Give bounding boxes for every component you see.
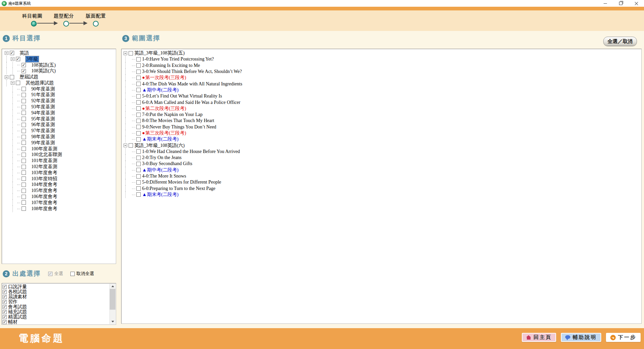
step-dot-2[interactable] (63, 21, 69, 27)
tree-label[interactable]: 6-0:A Man Called and Said He Was a Polic… (142, 100, 240, 105)
checkbox[interactable] (22, 206, 26, 211)
scrollbar-thumb[interactable] (110, 289, 115, 310)
tree-label[interactable]: 95年度基測 (31, 116, 55, 122)
checkbox[interactable]: ✓ (3, 300, 7, 304)
checkbox[interactable] (22, 117, 26, 121)
checkbox[interactable] (136, 63, 141, 68)
expander-icon[interactable] (124, 51, 127, 55)
deselect-all-checkbox[interactable] (70, 272, 75, 276)
tree-label[interactable]: 92年度基測 (31, 98, 55, 104)
tree-label[interactable]: 94年度基測 (31, 110, 55, 116)
step-label-layout[interactable]: 版面配置 (86, 13, 106, 19)
checkbox[interactable] (22, 177, 26, 181)
checkbox[interactable]: ✓ (3, 290, 7, 294)
checkbox[interactable] (136, 131, 141, 135)
checkbox[interactable] (129, 51, 133, 55)
checkbox[interactable]: ✓ (10, 51, 14, 55)
tree-label[interactable]: 第二次段考(三段考) (145, 106, 186, 112)
tree-label[interactable]: 108英語(六) (31, 68, 56, 74)
tree-label[interactable]: 4-0:The More It Snows (142, 173, 186, 179)
checkbox[interactable] (136, 168, 141, 172)
checkbox[interactable] (22, 159, 26, 163)
checkbox[interactable] (22, 123, 26, 127)
tree-label[interactable]: 第一次段考(三段考) (145, 75, 186, 81)
checkbox[interactable] (16, 81, 20, 85)
checkbox[interactable] (136, 94, 141, 99)
expander-icon[interactable] (5, 51, 8, 55)
tree-label[interactable]: 歷屆試題 (20, 74, 38, 80)
tree-label[interactable]: 3年級 (26, 56, 39, 62)
checkbox[interactable] (22, 135, 26, 139)
checkbox[interactable]: ✓ (22, 63, 26, 67)
checkbox[interactable] (129, 143, 133, 148)
expander-icon[interactable] (5, 75, 8, 79)
checkbox[interactable]: ✓ (3, 305, 7, 309)
checkbox[interactable] (136, 113, 141, 117)
tree-label[interactable]: 108年度會考 (31, 206, 57, 212)
tree-label[interactable]: 98年度基測 (31, 134, 55, 140)
tree-label[interactable]: 2-0:Try On the Jeans (142, 155, 181, 160)
checkbox[interactable]: ✓ (22, 69, 26, 73)
tree-label[interactable]: 9-0:Never Buy Things You Don’t Need (142, 124, 216, 130)
tree-label[interactable]: 105年度會考 (31, 188, 57, 194)
step-label-question-allocation[interactable]: 題型配分 (54, 13, 74, 19)
checkbox[interactable] (22, 111, 26, 115)
checkbox[interactable] (136, 156, 141, 160)
checkbox[interactable]: ✓ (3, 320, 7, 324)
checkbox[interactable] (136, 76, 141, 80)
checkbox[interactable] (136, 192, 141, 197)
expander-icon[interactable] (11, 81, 14, 85)
checkbox[interactable] (136, 186, 141, 191)
checkbox[interactable]: ✓ (3, 315, 7, 319)
checkbox[interactable] (10, 75, 14, 79)
tree-label[interactable]: 期末考(二段考) (147, 192, 178, 198)
checkbox[interactable] (136, 174, 141, 179)
checkbox[interactable] (136, 57, 141, 62)
checkbox[interactable] (22, 99, 26, 103)
minimize-button[interactable] (598, 0, 613, 7)
tree-label[interactable]: 英語_3年級_108英語(六) (134, 143, 184, 149)
checkbox[interactable]: ✓ (3, 295, 7, 299)
list-item-label[interactable]: 輔材 (8, 319, 18, 325)
tree-label[interactable]: 93年度基測 (31, 104, 55, 110)
expander-icon[interactable] (124, 144, 127, 147)
checkbox[interactable] (136, 70, 141, 74)
tree-label[interactable]: 期末考(二段考) (147, 136, 178, 142)
checkbox[interactable] (136, 180, 141, 185)
tree-label[interactable]: 104年度會考 (31, 182, 57, 188)
scroll-down-button[interactable] (110, 319, 115, 324)
checkbox[interactable] (22, 129, 26, 133)
checkbox[interactable] (22, 195, 26, 199)
tree-label[interactable]: 108英語(五) (31, 62, 56, 68)
tree-label[interactable]: 102年度基測 (31, 164, 57, 170)
tree-label[interactable]: 期中考(二段考) (147, 167, 178, 173)
tree-label[interactable]: 99年度基測 (31, 140, 55, 146)
tree-label[interactable]: 5-0:Different Movies for Different Peopl… (142, 180, 221, 185)
tree-label[interactable]: 100北北基聯測 (31, 152, 62, 158)
tree-label[interactable]: 6-0:Preparing to Turn to the Next Page (142, 186, 215, 191)
checkbox[interactable] (136, 149, 141, 154)
checkbox[interactable] (22, 87, 26, 91)
tree-label[interactable]: 3-0:We Should Think Before We Act, Shoul… (142, 69, 242, 74)
checkbox[interactable] (136, 162, 141, 166)
checkbox[interactable] (136, 100, 141, 105)
tree-label[interactable]: 英語_3年級_108英語(五) (134, 50, 184, 56)
tree-label[interactable]: 106年度會考 (31, 194, 57, 200)
tree-label[interactable]: 91年度基測 (31, 92, 55, 98)
tree-label[interactable]: 2-0:Running Is Exciting to Me (142, 63, 200, 68)
checkbox[interactable]: ✓ (3, 285, 7, 289)
checkbox[interactable] (136, 88, 141, 92)
checkbox[interactable] (22, 105, 26, 109)
checkbox[interactable] (136, 137, 141, 142)
checkbox[interactable] (22, 93, 26, 97)
select-all-toggle-button[interactable]: 全選／取消 (603, 37, 637, 46)
step-label-subject-range[interactable]: 科目範圍 (22, 13, 42, 19)
tree-label[interactable]: 97年度基測 (31, 128, 55, 134)
tree-label[interactable]: 90年度基測 (31, 86, 55, 92)
close-button[interactable] (629, 0, 644, 7)
checkbox[interactable] (22, 165, 26, 169)
help-button[interactable]: 輔助說明 (561, 333, 601, 342)
tree-label[interactable]: 100年度基測 (31, 146, 57, 152)
checkbox[interactable] (22, 183, 26, 187)
checkbox[interactable] (22, 141, 26, 145)
